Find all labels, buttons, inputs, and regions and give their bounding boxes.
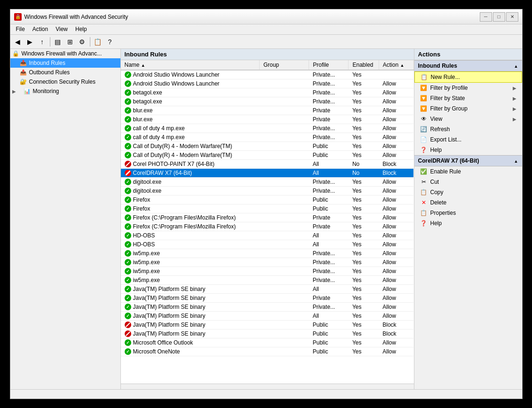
table-row[interactable]: blur.exePrivateYesAllow <box>121 106 414 115</box>
table-row[interactable]: call of duty 4 mp.exePrivate...YesAllow <box>121 133 414 142</box>
table-row[interactable]: Call of Duty(R) 4 - Modern Warfare(TM)Pu… <box>121 142 414 151</box>
action-filter-group[interactable]: 🔽 Filter by Group ▶ <box>414 103 522 114</box>
help-toolbar-button[interactable]: ? <box>104 36 116 47</box>
cell-group <box>259 258 309 267</box>
cell-enabled: Yes <box>349 330 379 338</box>
table-row[interactable]: digitool.exePrivate...YesAllow <box>121 178 414 187</box>
action-help-coreldraw[interactable]: ❓ Help <box>414 218 522 228</box>
col-action[interactable]: Action ▲ <box>379 60 413 70</box>
window-title: Windows Firewall with Advanced Security <box>24 14 480 20</box>
action-cut[interactable]: ✂ Cut <box>414 177 522 187</box>
table-row[interactable]: Java(TM) Platform SE binaryAllYesAllow <box>121 312 414 321</box>
menu-file[interactable]: File <box>12 25 29 33</box>
action-help-inbound[interactable]: ❓ Help <box>414 145 522 155</box>
table-row[interactable]: digitool.exePrivate...YesAllow <box>121 187 414 196</box>
export-button[interactable]: 📋 <box>92 36 103 47</box>
cell-name: blur.exe <box>121 106 260 115</box>
table-row[interactable]: Java(TM) Platform SE binaryPublicYesBloc… <box>121 321 414 330</box>
cell-profile: Private... <box>309 267 349 276</box>
block-icon <box>125 330 131 337</box>
maximize-button[interactable]: □ <box>493 12 505 22</box>
table-row[interactable]: HD-OBSAllYesAllow <box>121 231 414 240</box>
sidebar-item-connection-security[interactable]: 🔐 Connection Security Rules <box>10 77 120 86</box>
up-button[interactable]: ↑ <box>37 36 48 47</box>
table-row[interactable]: blur.exePrivateYesAllow <box>121 115 414 124</box>
action-refresh[interactable]: 🔄 Refresh <box>414 124 522 134</box>
minimize-button[interactable]: ─ <box>480 12 492 22</box>
table-row[interactable]: Java(TM) Platform SE binaryPrivate...Yes… <box>121 303 414 312</box>
table-row[interactable]: iw5mp.exePrivate...YesAllow <box>121 258 414 267</box>
forward-button[interactable]: ▶ <box>24 36 36 47</box>
table-row[interactable]: Android Studio Windows LauncherPrivate..… <box>121 70 414 79</box>
table-row[interactable]: Microsoft Office OutlookPublicYesAllow <box>121 338 414 347</box>
sidebar-item-outbound-rules[interactable]: 📤 Outbound Rules <box>10 68 120 77</box>
close-button[interactable]: ✕ <box>506 12 518 22</box>
actions-coreldraw-section[interactable]: CorelDRAW X7 (64-Bit) <box>414 155 522 166</box>
table-row[interactable]: Java(TM) Platform SE binaryPrivateYesAll… <box>121 294 414 303</box>
scrollbar-track[interactable] <box>121 384 414 390</box>
col-enabled[interactable]: Enabled <box>349 60 379 70</box>
sidebar-item-monitoring[interactable]: ▶ 📊 Monitoring <box>10 86 120 96</box>
show-hide-button[interactable]: ▤ <box>52 36 64 47</box>
properties-toolbar-button[interactable]: ⚙ <box>77 36 88 47</box>
cell-action: Allow <box>379 347 413 356</box>
table-row[interactable]: Call of Duty(R) 4 - Modern Warfare(TM)Pu… <box>121 151 414 160</box>
tree-root[interactable]: 🔒 Windows Firewall with Advanc... <box>10 49 120 58</box>
enable-rule-icon: ✅ <box>420 168 428 175</box>
action-copy[interactable]: 📋 Copy <box>414 187 522 197</box>
table-row[interactable]: Android Studio Windows LauncherPrivate..… <box>121 79 414 88</box>
cell-enabled: Yes <box>349 249 379 258</box>
cell-name: Java(TM) Platform SE binary <box>121 321 260 330</box>
menu-action[interactable]: Action <box>29 25 52 33</box>
sidebar-item-inbound-rules[interactable]: 📥 Inbound Rules <box>10 58 120 68</box>
actions-inbound-rules-section[interactable]: Inbound Rules <box>414 60 522 71</box>
col-profile[interactable]: Profile <box>309 60 349 70</box>
help-inbound-label: Help <box>430 147 442 153</box>
table-row[interactable]: iw5mp.exePrivate...YesAllow <box>121 276 414 285</box>
cell-group <box>259 285 309 294</box>
action-export-list[interactable]: 📄 Export List... <box>414 134 522 145</box>
action-enable-rule[interactable]: ✅ Enable Rule <box>414 166 522 177</box>
table-row[interactable]: Firefox (C:\Program Files\Mozilla Firefo… <box>121 213 414 222</box>
action-view[interactable]: 👁 View ▶ <box>414 114 522 124</box>
new-window-button[interactable]: ⊞ <box>64 36 76 47</box>
menu-help[interactable]: Help <box>71 25 91 33</box>
table-row[interactable]: Firefox (C:\Program Files\Mozilla Firefo… <box>121 222 414 231</box>
block-icon <box>125 170 131 176</box>
cell-action: Allow <box>379 276 413 285</box>
cell-action: Allow <box>379 222 413 231</box>
table-row[interactable]: HD-OBSAllYesAllow <box>121 240 414 249</box>
table-row[interactable]: iw5mp.exePrivate...YesAllow <box>121 267 414 276</box>
action-delete[interactable]: ✕ Delete <box>414 197 522 208</box>
action-new-rule[interactable]: 📋 New Rule... <box>414 71 522 83</box>
allow-icon <box>125 214 131 221</box>
horizontal-scrollbar[interactable] <box>121 384 414 389</box>
action-filter-profile[interactable]: 🔽 Filter by Profile ▶ <box>414 83 522 93</box>
cell-group <box>259 169 309 178</box>
menu-view[interactable]: View <box>52 25 71 33</box>
col-name[interactable]: Name ▲ <box>121 60 260 70</box>
rules-table-container[interactable]: Name ▲ Group Profile Enabled Action ▲ An… <box>121 60 414 384</box>
table-row[interactable]: iw5mp.exePrivate...YesAllow <box>121 249 414 258</box>
actions-inbound-label: Inbound Rules <box>418 63 457 69</box>
back-button[interactable]: ◀ <box>12 36 24 47</box>
action-filter-state[interactable]: 🔽 Filter by State ▶ <box>414 93 522 103</box>
col-group[interactable]: Group <box>259 60 309 70</box>
table-row[interactable]: FirefoxPublicYesAllow <box>121 204 414 213</box>
cell-profile: Private... <box>309 133 349 142</box>
inbound-rules-icon: 📥 <box>20 59 27 67</box>
view-icon: 👁 <box>420 115 428 123</box>
table-row[interactable]: Corel PHOTO-PAINT X7 (64-Bit)AllNoBlock <box>121 160 414 169</box>
table-row[interactable]: call of duty 4 mp.exePrivate...YesAllow <box>121 124 414 133</box>
refresh-label: Refresh <box>430 126 450 133</box>
cell-profile: All <box>309 231 349 240</box>
table-row[interactable]: Java(TM) Platform SE binaryAllYesAllow <box>121 285 414 294</box>
table-row[interactable]: betagol.exePrivate...YesAllow <box>121 88 414 97</box>
table-row[interactable]: Microsoft OneNotePublicYesAllow <box>121 347 414 356</box>
table-row[interactable]: CorelDRAW X7 (64-Bit)AllNoBlock <box>121 169 414 178</box>
action-properties[interactable]: 📋 Properties <box>414 208 522 218</box>
refresh-icon: 🔄 <box>420 126 428 133</box>
table-row[interactable]: Java(TM) Platform SE binaryPublicYesBloc… <box>121 330 414 338</box>
table-row[interactable]: FirefoxPublicYesAllow <box>121 196 414 204</box>
table-row[interactable]: betagol.exePrivate...YesAllow <box>121 97 414 106</box>
